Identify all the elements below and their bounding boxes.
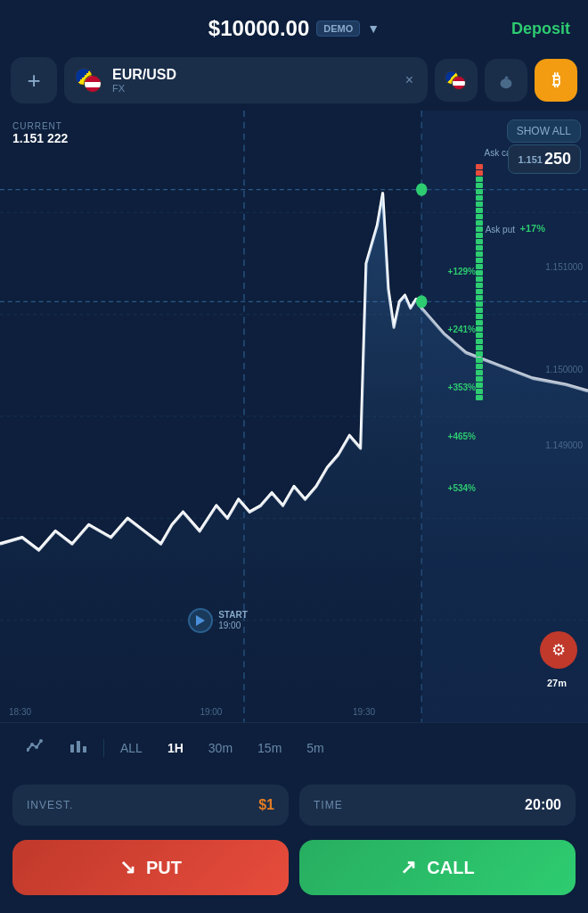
ind-bar-green-9 — [476, 226, 483, 232]
time-label-1830: 18:30 — [9, 707, 31, 717]
time-label: TIME — [314, 799, 343, 811]
ind-bar-green-5 — [476, 202, 483, 207]
pct-241: +241% — [448, 325, 476, 334]
tab-bar: + EUR/USD FX × — [0, 50, 588, 111]
svg-marker-13 — [196, 615, 205, 626]
svg-point-0 — [501, 78, 512, 88]
pair-info: EUR/USD FX — [112, 67, 395, 94]
ind-bar-green-34 — [476, 382, 483, 388]
add-tab-button[interactable]: + — [11, 57, 57, 103]
ind-bar-green-32 — [476, 370, 483, 375]
header: $10000.00 DEMO ▼ Deposit — [0, 0, 588, 50]
ind-bar-green-17 — [476, 276, 483, 282]
ind-bar-green-16 — [476, 270, 483, 276]
demo-badge: DEMO — [316, 21, 360, 37]
active-tab[interactable]: EUR/USD FX × — [64, 57, 428, 103]
tab-icon-bitcoin[interactable]: ₿ — [535, 59, 577, 102]
ctrl-15m[interactable]: 15m — [245, 736, 294, 761]
ctrl-1h[interactable]: 1H — [155, 736, 196, 761]
svg-point-17 — [39, 739, 43, 743]
ind-bar-green-25 — [476, 326, 483, 332]
current-price-pill: 1.151 250 — [508, 144, 581, 174]
deposit-button[interactable]: Deposit — [511, 20, 570, 38]
call-label: CALL — [427, 858, 474, 878]
ind-bar-green-22 — [476, 308, 483, 313]
ctrl-30m[interactable]: 30m — [196, 736, 245, 761]
chart-area: CURRENT 1.151 222 — [0, 111, 588, 722]
play-icon — [196, 615, 205, 626]
invest-box[interactable]: INVEST. $1 — [12, 785, 289, 826]
time-label-1930: 19:30 — [353, 707, 375, 717]
ctrl-5m[interactable]: 5m — [294, 736, 336, 761]
pct-129: +129% — [448, 267, 476, 276]
svg-rect-18 — [70, 744, 74, 753]
call-arrow-icon: ↗ — [400, 856, 416, 879]
ind-bar-green-20 — [476, 295, 483, 300]
put-button[interactable]: ↘ PUT — [12, 840, 289, 895]
put-arrow-icon: ↘ — [119, 856, 135, 879]
ind-bar-green-23 — [476, 314, 483, 319]
ind-bar-green-26 — [476, 333, 483, 338]
ind-bar-green-36 — [476, 395, 483, 400]
time-box[interactable]: TIME 20:00 — [299, 785, 576, 826]
ind-bar-green-18 — [476, 283, 483, 288]
start-label: START 19:00 — [218, 610, 248, 631]
ask-put-pct: +17% — [520, 223, 545, 234]
balance-section: $10000.00 DEMO ▼ — [208, 16, 380, 41]
svg-point-15 — [30, 743, 34, 746]
timer-icon: ⚙ — [551, 640, 566, 660]
tab-icon-oil[interactable] — [485, 59, 527, 102]
eurusd-mini-flag — [445, 70, 468, 90]
time-label-1900: 19:00 — [200, 707, 222, 717]
pair-name: EUR/USD — [112, 67, 395, 83]
ind-bar-green-2 — [476, 183, 483, 188]
ind-bar-green-8 — [476, 220, 483, 226]
ind-bar-red-1 — [476, 164, 483, 169]
ind-bar-green-4 — [476, 195, 483, 201]
timer-value: 27m — [535, 678, 579, 688]
oil-icon — [496, 70, 516, 90]
start-marker: START 19:00 — [188, 608, 248, 633]
price-level-3: 1.149000 — [545, 440, 583, 450]
ind-bar-green-27 — [476, 339, 483, 344]
ind-bar-green-30 — [476, 358, 483, 363]
show-all-button[interactable]: SHOW ALL — [507, 119, 581, 143]
price-pill-small: 1.151 — [518, 154, 543, 165]
svg-point-12 — [416, 295, 427, 308]
ind-bar-green-15 — [476, 264, 483, 269]
put-label: PUT — [146, 858, 182, 878]
action-buttons: ↘ PUT ↗ CALL — [0, 835, 588, 913]
tab-icon-eurusd[interactable] — [435, 59, 478, 102]
balance-amount: $10000.00 — [208, 16, 309, 41]
ind-bar-green-13 — [476, 251, 483, 257]
svg-rect-20 — [83, 746, 86, 753]
call-button[interactable]: ↗ CALL — [299, 840, 576, 895]
ctrl-all[interactable]: ALL — [108, 736, 155, 761]
pair-flag — [75, 68, 105, 93]
play-button[interactable] — [188, 608, 213, 633]
ind-bar-green-31 — [476, 364, 483, 369]
ind-bar-green-3 — [476, 189, 483, 194]
svg-point-16 — [35, 745, 38, 749]
ind-bar-red-2 — [476, 170, 483, 176]
pct-534: +534% — [448, 483, 476, 493]
ind-bar-green-28 — [476, 345, 483, 350]
current-value: 1.151 222 — [12, 131, 68, 145]
invest-value: $1 — [258, 797, 274, 813]
account-dropdown-arrow[interactable]: ▼ — [367, 21, 380, 36]
pct-353: +353% — [448, 382, 476, 392]
line-chart-svg — [27, 737, 45, 753]
line-chart-icon[interactable] — [14, 732, 57, 763]
close-tab-button[interactable]: × — [402, 69, 417, 92]
ind-bar-green-6 — [476, 208, 483, 213]
ind-bar-green-10 — [476, 233, 483, 238]
chart-svg — [0, 111, 588, 722]
price-level-2: 1.150000 — [545, 365, 583, 374]
usd-mini — [452, 76, 466, 90]
ind-bar-green-21 — [476, 301, 483, 307]
bar-chart-icon[interactable] — [57, 732, 100, 763]
bitcoin-symbol: ₿ — [552, 71, 560, 90]
bar-chart-svg — [69, 737, 87, 753]
ind-bar-green-29 — [476, 351, 483, 357]
svg-point-11 — [416, 183, 427, 195]
